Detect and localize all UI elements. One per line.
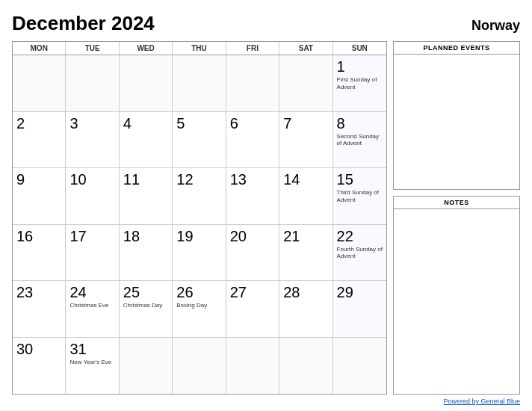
planned-events-title: PLANNED EVENTS xyxy=(394,42,519,55)
calendar-cell xyxy=(66,55,119,112)
cell-number: 7 xyxy=(283,115,291,132)
calendar-cell: 24Christmas Eve xyxy=(66,281,119,338)
cell-number: 9 xyxy=(16,171,25,188)
calendar-cell: 23 xyxy=(13,281,66,338)
calendar-cell xyxy=(13,55,66,112)
calendar-grid: 1First Sunday of Advent2345678Second Sun… xyxy=(13,55,386,394)
cell-number: 10 xyxy=(69,171,86,188)
day-header: THU xyxy=(173,42,226,55)
cell-number: 8 xyxy=(337,115,345,132)
notes-title: NOTES xyxy=(394,197,519,209)
calendar-cell xyxy=(173,338,226,395)
cell-number: 12 xyxy=(176,171,193,188)
calendar-cell: 9 xyxy=(13,168,66,225)
day-header: TUE xyxy=(66,42,119,55)
cell-number: 4 xyxy=(123,115,132,132)
calendar-cell: 31New Year's Eve xyxy=(66,338,119,395)
cell-event: First Sunday of Advent xyxy=(337,76,383,90)
cell-event: Christmas Day xyxy=(123,302,162,309)
footer: Powered by General Blue xyxy=(12,398,520,405)
calendar-cell: 4 xyxy=(120,112,173,169)
cell-number: 1 xyxy=(337,58,345,75)
notes-box: NOTES xyxy=(393,196,520,395)
calendar-cell: 10 xyxy=(66,168,119,225)
calendar-cell: 28 xyxy=(279,281,332,338)
sidebar: PLANNED EVENTS NOTES xyxy=(393,41,520,395)
cell-number: 28 xyxy=(283,284,300,300)
footer-link[interactable]: Powered by General Blue xyxy=(443,398,520,405)
calendar-cell: 7 xyxy=(279,112,332,169)
calendar-cell xyxy=(279,338,332,395)
cell-number: 3 xyxy=(69,115,78,132)
calendar-cell xyxy=(333,338,386,395)
notes-content xyxy=(394,209,519,394)
calendar-cell: 5 xyxy=(173,112,226,169)
calendar-cell: 8Second Sunday of Advent xyxy=(333,112,386,169)
cell-number: 14 xyxy=(283,171,300,188)
cell-number: 26 xyxy=(176,284,193,300)
cell-number: 19 xyxy=(176,228,193,244)
day-header: WED xyxy=(120,42,173,55)
cell-number: 27 xyxy=(230,284,247,300)
calendar-cell: 22Fourth Sunday of Advent xyxy=(333,225,386,282)
calendar-cell: 29 xyxy=(333,281,386,338)
calendar-cell xyxy=(120,338,173,395)
calendar-cell: 30 xyxy=(13,338,66,395)
cell-event: Boxing Day xyxy=(176,302,207,309)
calendar-cell xyxy=(226,55,279,112)
calendar-cell: 12 xyxy=(173,168,226,225)
day-header: SAT xyxy=(279,42,332,55)
calendar-cell: 27 xyxy=(226,281,279,338)
country-label: Norway xyxy=(471,18,520,34)
calendar-cell: 19 xyxy=(173,225,226,282)
planned-events-content xyxy=(394,55,519,189)
calendar-cell: 26Boxing Day xyxy=(173,281,226,338)
calendar-cell: 3 xyxy=(66,112,119,169)
cell-event: Third Sunday of Advent xyxy=(337,189,383,203)
day-header: MON xyxy=(13,42,66,55)
calendar-cell xyxy=(173,55,226,112)
calendar-cell: 2 xyxy=(13,112,66,169)
cell-number: 16 xyxy=(16,228,33,244)
cell-number: 15 xyxy=(337,171,353,188)
main-content: MONTUEWEDTHUFRISATSUN 1First Sunday of A… xyxy=(12,41,520,395)
cell-number: 24 xyxy=(69,284,86,300)
calendar: MONTUEWEDTHUFRISATSUN 1First Sunday of A… xyxy=(12,41,387,395)
cell-number: 30 xyxy=(16,341,33,357)
day-header: SUN xyxy=(333,42,386,55)
calendar-cell: 17 xyxy=(66,225,119,282)
header: December 2024 Norway xyxy=(12,12,520,35)
calendar-cell: 20 xyxy=(226,225,279,282)
cell-number: 21 xyxy=(283,228,300,244)
cell-number: 17 xyxy=(69,228,86,244)
cell-number: 31 xyxy=(69,341,86,357)
page: December 2024 Norway MONTUEWEDTHUFRISATS… xyxy=(0,0,532,411)
calendar-cell xyxy=(120,55,173,112)
calendar-cell xyxy=(279,55,332,112)
cell-number: 23 xyxy=(16,284,33,300)
calendar-cell: 25Christmas Day xyxy=(120,281,173,338)
calendar-cell: 11 xyxy=(120,168,173,225)
cell-number: 25 xyxy=(123,284,140,300)
calendar-cell: 18 xyxy=(120,225,173,282)
cell-event: Second Sunday of Advent xyxy=(337,133,383,147)
planned-events-box: PLANNED EVENTS xyxy=(393,41,520,190)
calendar-cell: 14 xyxy=(279,168,332,225)
cell-number: 5 xyxy=(176,115,185,132)
cell-number: 13 xyxy=(230,171,247,188)
page-title: December 2024 xyxy=(12,12,155,35)
calendar-cell: 6 xyxy=(226,112,279,169)
day-header: FRI xyxy=(226,42,279,55)
cell-number: 20 xyxy=(230,228,247,244)
cell-number: 6 xyxy=(230,115,238,132)
calendar-cell: 21 xyxy=(279,225,332,282)
cell-number: 18 xyxy=(123,228,140,244)
calendar-cell: 13 xyxy=(226,168,279,225)
cell-number: 2 xyxy=(16,115,25,132)
cell-number: 11 xyxy=(123,171,140,188)
calendar-cell: 16 xyxy=(13,225,66,282)
calendar-cell: 1First Sunday of Advent xyxy=(333,55,386,112)
cell-event: New Year's Eve xyxy=(69,359,111,366)
cell-event: Christmas Eve xyxy=(69,302,108,309)
day-headers: MONTUEWEDTHUFRISATSUN xyxy=(13,42,386,55)
